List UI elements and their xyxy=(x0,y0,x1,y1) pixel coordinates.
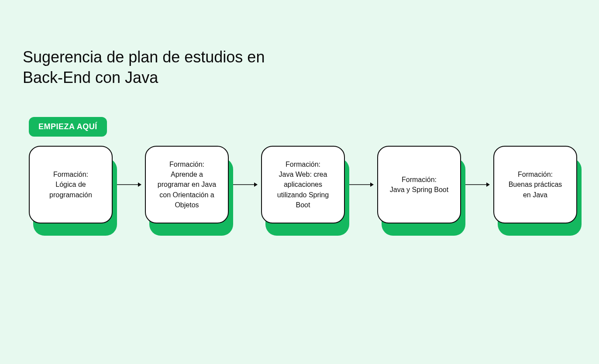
card-body: Formación: Java Web: crea aplicaciones u… xyxy=(261,146,345,223)
card-body: Formación: Aprende a programar en Java c… xyxy=(145,146,229,223)
flow-card: Formación: Aprende a programar en Java c… xyxy=(145,146,229,223)
arrow-right-icon xyxy=(348,181,374,188)
card-body: Formación: Java y Spring Boot xyxy=(377,146,461,223)
card-body: Formación: Buenas prácticas en Java xyxy=(493,146,577,223)
svg-marker-7 xyxy=(486,182,490,187)
flow-card: Formación: Java Web: crea aplicaciones u… xyxy=(261,146,345,223)
card-text: Formación: Buenas prácticas en Java xyxy=(509,169,562,200)
svg-marker-1 xyxy=(138,182,141,187)
card-text: Formación: Java Web: crea aplicaciones u… xyxy=(277,159,329,210)
arrow-right-icon xyxy=(116,181,141,188)
card-text: Formación: Lógica de programación xyxy=(49,169,92,200)
flow-container: Formación: Lógica de programación Formac… xyxy=(29,146,577,223)
page-title: Sugerencia de plan de estudios en Back-E… xyxy=(23,47,293,88)
flow-card: Formación: Java y Spring Boot xyxy=(377,146,461,223)
card-text: Formación: Java y Spring Boot xyxy=(390,175,448,195)
flow-card: Formación: Lógica de programación xyxy=(29,146,113,223)
card-text: Formación: Aprende a programar en Java c… xyxy=(158,159,216,210)
card-body: Formación: Lógica de programación xyxy=(29,146,113,223)
svg-marker-5 xyxy=(370,182,374,187)
start-here-badge: EMPIEZA AQUÍ xyxy=(29,117,107,137)
flow-card: Formación: Buenas prácticas en Java xyxy=(493,146,577,223)
arrow-right-icon xyxy=(465,181,490,188)
svg-marker-3 xyxy=(254,182,258,187)
arrow-right-icon xyxy=(232,181,258,188)
